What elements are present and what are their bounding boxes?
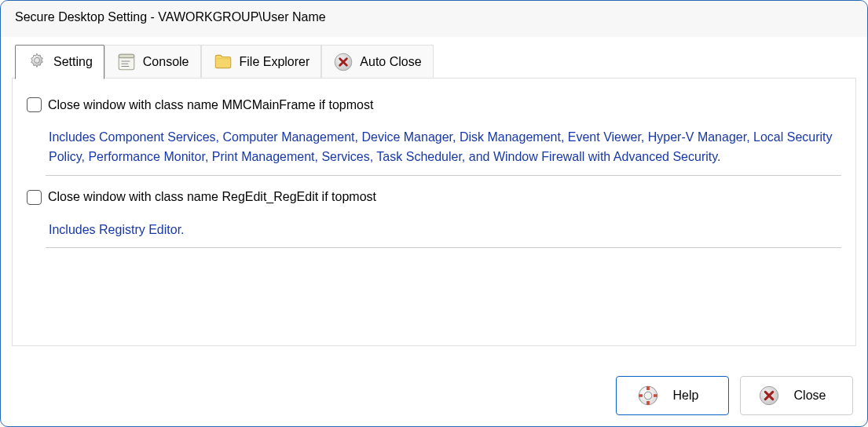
svg-rect-2 (119, 54, 134, 57)
tab-strip: Setting Console (15, 45, 856, 78)
checkbox-mmc[interactable] (27, 97, 42, 112)
setting-mmc-row: Close window with class name MMCMainFram… (27, 97, 841, 112)
content-area: Setting Console (1, 37, 867, 347)
checkbox-mmc-label: Close window with class name MMCMainFram… (48, 98, 373, 112)
checkbox-regedit[interactable] (27, 190, 42, 205)
app-window: Secure Desktop Setting - VAWORKGROUP\Use… (0, 0, 868, 427)
checkbox-regedit-label: Close window with class name RegEdit_Reg… (48, 190, 376, 204)
gear-icon (27, 52, 47, 72)
titlebar: Secure Desktop Setting - VAWORKGROUP\Use… (1, 1, 867, 37)
tab-file-explorer[interactable]: File Explorer (201, 45, 322, 78)
tab-setting[interactable]: Setting (15, 45, 104, 79)
setting-mmc: Close window with class name MMCMainFram… (27, 97, 841, 176)
console-icon (116, 52, 137, 72)
close-button[interactable]: Close (740, 376, 853, 415)
tab-console-label: Console (143, 55, 189, 69)
tab-console[interactable]: Console (104, 45, 201, 78)
close-circle-icon (333, 52, 353, 72)
lifebuoy-icon (637, 385, 659, 407)
setting-regedit: Close window with class name RegEdit_Reg… (27, 190, 841, 249)
tab-auto-close[interactable]: Auto Close (321, 45, 433, 78)
tab-panel-setting: Close window with class name MMCMainFram… (12, 78, 856, 346)
button-bar: Help Close (616, 376, 853, 415)
tab-file-explorer-label: File Explorer (240, 55, 310, 69)
close-button-label: Close (794, 389, 826, 403)
window-title: Secure Desktop Setting - VAWORKGROUP\Use… (15, 10, 326, 24)
svg-point-8 (644, 392, 652, 400)
description-mmc: Includes Component Services, Computer Ma… (46, 122, 841, 176)
help-button[interactable]: Help (616, 376, 729, 415)
folder-icon (213, 52, 233, 72)
description-regedit: Includes Registry Editor. (46, 214, 841, 249)
svg-point-0 (35, 57, 40, 63)
tab-setting-label: Setting (53, 55, 93, 69)
tab-auto-close-label: Auto Close (360, 55, 421, 69)
close-circle-icon (758, 385, 780, 407)
help-button-label: Help (673, 389, 699, 403)
setting-regedit-row: Close window with class name RegEdit_Reg… (27, 190, 841, 205)
